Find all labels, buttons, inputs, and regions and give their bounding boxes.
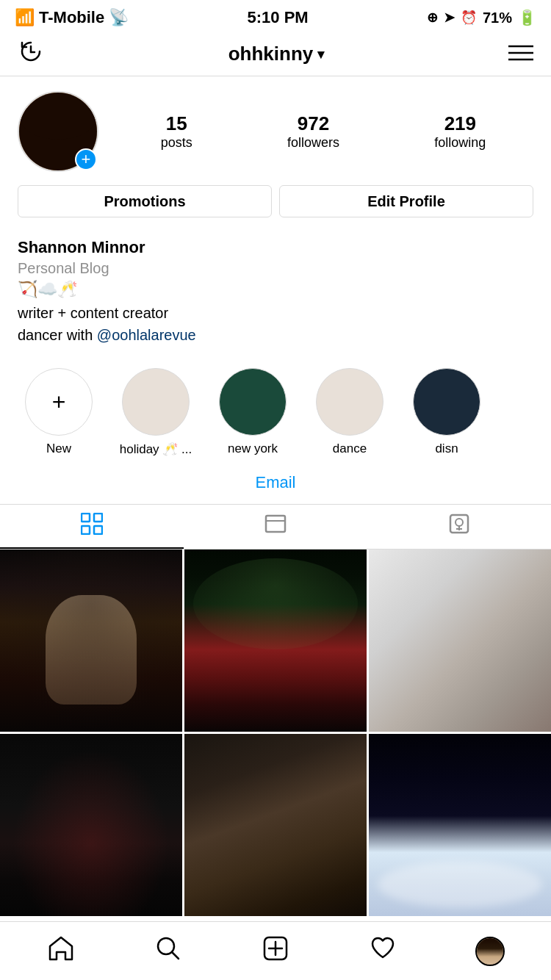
location-icon: ⊕ <box>427 10 438 26</box>
carrier-label: T-Mobile <box>39 8 104 27</box>
profile-category: Personal Blog <box>18 260 533 277</box>
chevron-down-icon: ▾ <box>317 46 324 62</box>
grid-icon <box>81 513 103 540</box>
top-nav: ohhkinny ▾ <box>0 32 551 76</box>
signal-icon: 📶 <box>15 8 35 27</box>
stats-row: 15 posts 972 followers 219 following <box>113 112 533 151</box>
followers-stat[interactable]: 972 followers <box>287 112 339 151</box>
bottom-nav <box>0 921 551 980</box>
bio-text: writer + content creator dancer with @oo… <box>18 302 533 346</box>
story-newyork[interactable]: new york <box>204 368 301 457</box>
nav-search[interactable] <box>115 922 222 980</box>
story-holiday[interactable]: holiday 🥂 ... <box>107 368 204 457</box>
svg-rect-8 <box>94 526 102 534</box>
svg-point-12 <box>455 519 463 526</box>
search-icon <box>156 936 181 967</box>
action-buttons: Promotions Edit Profile <box>18 185 533 217</box>
grid-item-2[interactable] <box>184 550 367 732</box>
alarm-icon: ⏰ <box>461 10 477 26</box>
story-dance[interactable]: dance <box>301 368 398 457</box>
tab-tagged[interactable] <box>367 505 551 549</box>
bio-line2: dancer with <box>18 327 97 343</box>
svg-line-16 <box>172 952 179 959</box>
email-link[interactable]: Email <box>255 473 295 491</box>
story-label-holiday: holiday 🥂 ... <box>120 442 192 457</box>
status-right: ⊕ ➤ ⏰ 71% 🔋 <box>427 9 536 26</box>
profile-section: + 15 posts 972 followers 219 following <box>0 76 551 238</box>
add-story-button[interactable]: + <box>75 148 97 170</box>
add-icon <box>263 936 288 967</box>
navigation-icon: ➤ <box>444 10 455 26</box>
nav-activity[interactable] <box>329 922 436 980</box>
story-new[interactable]: + New <box>10 368 107 457</box>
bio-section: Shannon Minnor Personal Blog 🏹☁️🥂 writer… <box>0 238 551 356</box>
following-count: 219 <box>444 112 476 135</box>
username-text: ohhkinny <box>228 43 314 65</box>
following-stat[interactable]: 219 following <box>434 112 486 151</box>
followers-label: followers <box>287 135 339 151</box>
tagged-icon <box>448 513 470 540</box>
avatar-container: + <box>18 91 98 172</box>
story-label-dance: dance <box>333 442 367 456</box>
home-icon <box>48 936 74 967</box>
grid-item-5[interactable] <box>184 734 367 916</box>
nav-profile[interactable] <box>436 922 544 980</box>
posts-count: 15 <box>166 112 187 135</box>
email-section: Email <box>0 469 551 505</box>
status-bar: 📶 T-Mobile 📡 5:10 PM ⊕ ➤ ⏰ 71% 🔋 <box>0 0 551 32</box>
profile-top: + 15 posts 972 followers 219 following <box>18 91 533 172</box>
grid-item-3[interactable] <box>369 550 551 732</box>
stories-highlights: + New holiday 🥂 ... new york dance disn <box>0 356 551 469</box>
story-circle-newyork <box>219 368 287 436</box>
story-label-new: New <box>46 442 71 456</box>
story-label-newyork: new york <box>228 442 278 456</box>
svg-rect-7 <box>82 526 90 534</box>
followers-count: 972 <box>298 112 329 135</box>
svg-rect-6 <box>94 514 102 522</box>
feed-icon <box>264 513 287 540</box>
grid-item-6[interactable] <box>369 734 551 916</box>
battery-percent: 71% <box>483 10 512 26</box>
grid-item-4[interactable] <box>0 734 182 916</box>
profile-name: Shannon Minnor <box>18 238 533 257</box>
plus-icon: + <box>52 389 66 416</box>
wifi-icon: 📡 <box>109 8 129 27</box>
battery-icon: 🔋 <box>518 9 536 26</box>
status-left: 📶 T-Mobile 📡 <box>15 8 129 27</box>
bio-line1: writer + content creator <box>18 305 168 321</box>
story-circle-holiday <box>122 368 190 436</box>
heart-icon <box>370 937 395 966</box>
nav-home[interactable] <box>7 922 115 980</box>
bio-emojis: 🏹☁️🥂 <box>18 280 533 299</box>
story-disney[interactable]: disn <box>398 368 495 457</box>
story-circle-dance <box>316 368 383 436</box>
edit-profile-button[interactable]: Edit Profile <box>279 185 533 217</box>
status-time: 5:10 PM <box>248 8 309 27</box>
posts-label: posts <box>161 135 192 151</box>
promotions-button[interactable]: Promotions <box>18 185 272 217</box>
story-circle-new: + <box>25 368 93 436</box>
grid-item-1[interactable] <box>0 550 182 732</box>
svg-rect-9 <box>266 516 285 532</box>
story-circle-disney <box>413 368 480 436</box>
nav-add[interactable] <box>222 922 329 980</box>
following-label: following <box>434 135 486 151</box>
posts-stat[interactable]: 15 posts <box>161 112 192 151</box>
profile-avatar-nav <box>475 937 505 966</box>
username-header[interactable]: ohhkinny ▾ <box>228 43 325 65</box>
svg-rect-5 <box>82 514 90 522</box>
history-icon[interactable] <box>18 38 44 71</box>
story-label-disney: disn <box>435 442 458 456</box>
tab-feed[interactable] <box>184 505 367 549</box>
menu-icon[interactable] <box>508 44 533 65</box>
photo-grid <box>0 550 551 916</box>
tab-grid[interactable] <box>0 505 184 549</box>
tab-bar <box>0 505 551 550</box>
bio-link[interactable]: @oohlalarevue <box>97 327 196 343</box>
